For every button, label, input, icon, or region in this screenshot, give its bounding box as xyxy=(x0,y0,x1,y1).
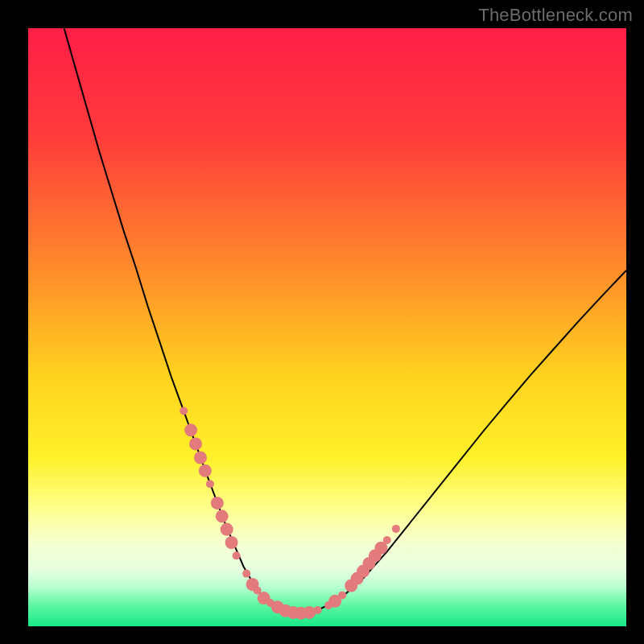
marker-dot xyxy=(233,551,241,559)
watermark-text: TheBottleneck.com xyxy=(478,5,633,26)
plot-background xyxy=(28,28,626,626)
marker-dot xyxy=(383,536,391,544)
marker-dot xyxy=(338,591,346,599)
marker-dot xyxy=(392,525,400,533)
marker-dot xyxy=(211,497,224,510)
marker-dot xyxy=(189,437,202,450)
marker-dot xyxy=(180,407,188,415)
bottleneck-chart xyxy=(0,0,644,644)
marker-dot xyxy=(225,536,238,549)
chart-container: TheBottleneck.com xyxy=(0,0,644,644)
marker-dot xyxy=(216,510,229,522)
marker-dot xyxy=(314,606,322,614)
marker-dot xyxy=(184,423,197,436)
marker-dot xyxy=(303,606,316,619)
marker-dot xyxy=(194,452,207,464)
marker-dot xyxy=(199,464,212,477)
marker-dot xyxy=(221,523,233,536)
marker-dot xyxy=(206,480,214,488)
marker-dot xyxy=(242,570,250,578)
